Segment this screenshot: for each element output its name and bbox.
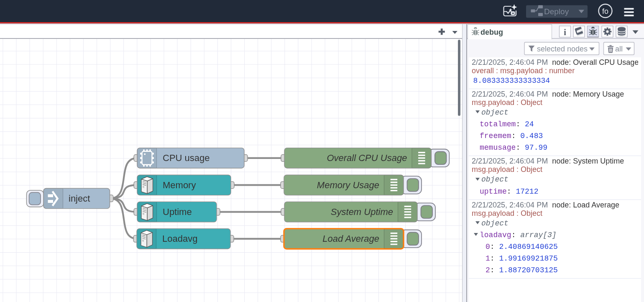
- svg-text:Memory Usage: Memory Usage: [317, 180, 379, 190]
- svg-text:Overall CPU Usage: Overall CPU Usage: [327, 153, 407, 163]
- svg-text:CPU usage: CPU usage: [163, 153, 210, 163]
- svg-text:inject: inject: [69, 193, 90, 204]
- svg-text:Memory: Memory: [163, 180, 196, 190]
- svg-text:Uptime: Uptime: [163, 207, 192, 217]
- svg-text:Load Average: Load Average: [322, 233, 379, 244]
- svg-text:selected nodes: selected nodes: [537, 45, 588, 53]
- svg-text:System Uptime: System Uptime: [331, 207, 393, 217]
- svg-text:Deploy: Deploy: [544, 7, 569, 16]
- svg-text:all: all: [615, 45, 623, 53]
- svg-text:Loadavg: Loadavg: [162, 233, 197, 244]
- svg-text:fo: fo: [602, 7, 608, 15]
- svg-text:i: i: [564, 28, 566, 37]
- svg-text:debug: debug: [480, 28, 503, 36]
